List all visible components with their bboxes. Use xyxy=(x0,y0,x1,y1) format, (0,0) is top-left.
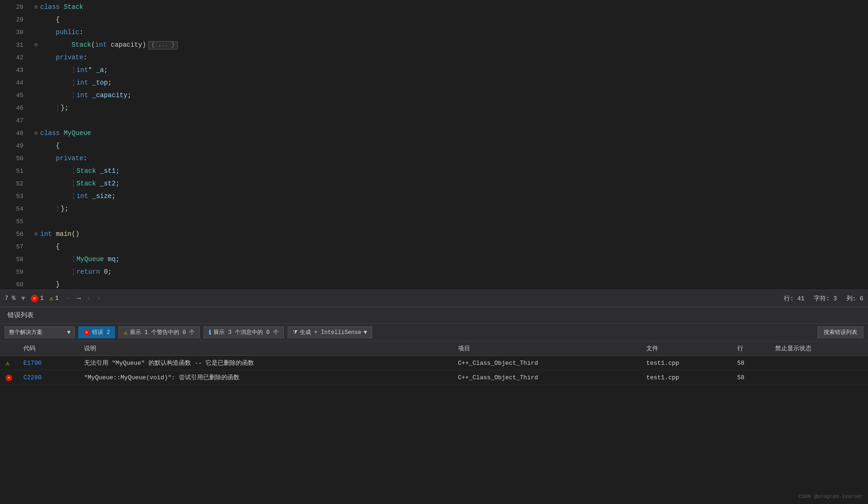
row-file: test1.cpp xyxy=(641,370,731,385)
token: capacity) xyxy=(107,39,146,51)
fold-button[interactable]: ⊟ xyxy=(33,231,39,238)
token: public xyxy=(56,26,79,39)
code-line: private: xyxy=(33,51,868,64)
line-number: 51 xyxy=(0,165,23,177)
dropdown-icon: ▼ xyxy=(67,329,71,336)
line-number: 42 xyxy=(0,51,23,64)
token: { xyxy=(56,14,60,26)
vertical-guide: ¦ xyxy=(71,190,75,203)
vertical-guide: ¦ xyxy=(71,77,75,89)
editor-area: 2829303142434445464748495051525354555657… xyxy=(0,0,868,290)
collapsed-block[interactable]: { ... } xyxy=(148,41,178,50)
indent xyxy=(40,26,56,39)
code-line: private: xyxy=(33,152,868,165)
token: class xyxy=(40,127,60,140)
code-line xyxy=(33,114,868,127)
token: { xyxy=(56,140,60,152)
table-row[interactable]: ✕C2280"MyQueue::MyQueue(void)": 尝试引用已删除的… xyxy=(0,370,868,385)
col-line[interactable]: 行 xyxy=(732,341,770,356)
fold-button[interactable]: ⊟ xyxy=(33,4,39,11)
row-file: test1.cpp xyxy=(641,356,731,370)
token xyxy=(52,228,56,241)
code-line: { xyxy=(33,241,868,253)
vertical-guide: ¦ xyxy=(56,203,60,215)
token: _st1 xyxy=(100,165,116,177)
fold-button[interactable]: ⊟ xyxy=(33,42,39,49)
token xyxy=(96,165,100,177)
error-panel-title: 错误列表 xyxy=(0,307,868,324)
token: : xyxy=(83,152,87,165)
code-line: public: xyxy=(33,26,868,39)
row-line: 58 xyxy=(732,370,770,385)
line-number: 54 xyxy=(0,203,23,215)
token: : xyxy=(83,51,87,64)
error-filter-btn[interactable]: ✕ 错误 2 xyxy=(78,327,115,338)
intellisense-filter-btn[interactable]: ⧩ 生成 + IntelliSense ▼ xyxy=(288,327,372,338)
code-line: ⊟class MyQueue xyxy=(33,127,868,140)
col-suppress[interactable]: 禁止显示状态 xyxy=(769,341,868,356)
table-header-row: 代码 说明 项目 文件 行 禁止显示状态 xyxy=(0,341,868,356)
token xyxy=(88,77,92,89)
token: _st2 xyxy=(100,177,116,190)
col-code[interactable]: 代码 xyxy=(18,341,78,356)
status-right: 行: 41 字符: 3 列: 6 xyxy=(784,294,863,303)
token: mq xyxy=(108,253,116,266)
char-indicator: 字符: 3 xyxy=(814,294,837,303)
nav-next-button[interactable]: › xyxy=(95,294,103,303)
indent xyxy=(40,89,71,102)
token: MyQueue xyxy=(64,127,91,140)
row-indicator: 行: 41 xyxy=(784,294,804,303)
token: Stack xyxy=(77,165,96,177)
line-number: 60 xyxy=(0,278,23,290)
token: _a xyxy=(96,64,104,77)
warning-filter-btn[interactable]: ⚠ 展示 1 个警告中的 0 个 xyxy=(119,327,200,338)
col-project[interactable]: 项目 xyxy=(452,341,641,356)
zoom-dropdown-icon[interactable]: ▼ xyxy=(21,295,25,302)
token xyxy=(88,89,92,102)
token: main xyxy=(56,228,72,241)
project-filter-label: 整个解决方案 xyxy=(9,328,42,336)
indent xyxy=(40,253,71,266)
code-line: } xyxy=(33,278,868,290)
vertical-guide: ¦ xyxy=(71,89,75,102)
intellisense-label: 生成 + IntelliSense xyxy=(300,328,361,336)
indent xyxy=(40,190,71,203)
code-container: 2829303142434445464748495051525354555657… xyxy=(0,0,868,290)
col-description[interactable]: 说明 xyxy=(78,341,452,356)
status-bar: 7 % ▼ ✕ 1 ⚠ 1 ← → ‹ › 行: 41 字符: 3 列: 6 xyxy=(0,290,868,306)
table-row[interactable]: ⚠E1790无法引用 "MyQueue" 的默认构造函数 -- 它是已删除的函数… xyxy=(0,356,868,370)
indent xyxy=(40,77,71,89)
indent xyxy=(40,165,71,177)
token: { xyxy=(56,241,60,253)
fold-button[interactable]: ⊟ xyxy=(33,130,39,137)
project-filter-dropdown[interactable]: 整个解决方案 ▼ xyxy=(5,327,75,338)
token: ; xyxy=(127,89,131,102)
row-project: C++_Class_Object_Third xyxy=(452,356,641,370)
row-description: 无法引用 "MyQueue" 的默认构造函数 -- 它是已删除的函数 xyxy=(78,356,452,370)
search-error-button[interactable]: 搜索错误列表 xyxy=(818,327,863,338)
nav-forward-button[interactable]: → xyxy=(74,294,83,303)
info-filter-btn[interactable]: ℹ 展示 3 个消息中的 0 个 xyxy=(204,327,283,338)
error-filter-label: 错误 2 xyxy=(92,328,110,336)
token: () xyxy=(71,228,79,241)
warning-badge: ⚠ 1 xyxy=(49,294,59,302)
line-number: 31 xyxy=(0,39,23,51)
row-description: "MyQueue::MyQueue(void)": 尝试引用已删除的函数 xyxy=(78,370,452,385)
code-line: ¦MyQueue mq; xyxy=(33,253,868,266)
token: 0; xyxy=(100,266,112,278)
col-file[interactable]: 文件 xyxy=(641,341,731,356)
row-icon-cell: ✕ xyxy=(0,370,18,385)
token xyxy=(88,190,92,203)
warning-filter-icon: ⚠ xyxy=(124,329,127,336)
code-line: ¦int _top; xyxy=(33,77,868,89)
nav-back-button[interactable]: ← xyxy=(64,294,73,303)
vertical-guide: ¦ xyxy=(71,266,75,278)
token: int xyxy=(40,228,52,241)
code-line: ¦Stack _st2; xyxy=(33,177,868,190)
line-number: 44 xyxy=(0,77,23,89)
indent xyxy=(40,266,71,278)
error-count: 1 xyxy=(40,295,44,302)
line-number: 46 xyxy=(0,102,23,114)
nav-prev-button[interactable]: ‹ xyxy=(85,294,93,303)
code-content[interactable]: ⊟class Stack { public:⊟ Stack(int capaci… xyxy=(28,0,868,290)
